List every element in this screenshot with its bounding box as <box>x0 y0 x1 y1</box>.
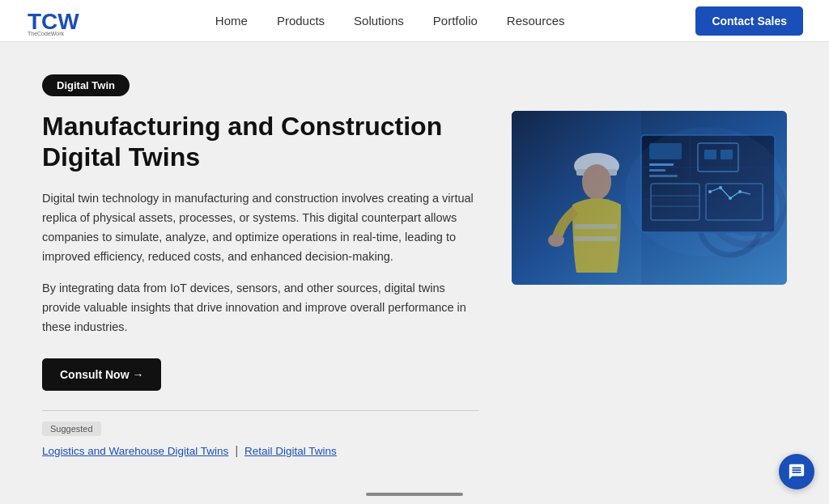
nav-products[interactable]: Products <box>277 14 325 28</box>
left-column: Manufacturing and Construction Digital T… <box>42 111 479 457</box>
section-divider <box>42 410 479 411</box>
content-row: Manufacturing and Construction Digital T… <box>42 111 787 457</box>
contact-sales-button[interactable]: Contact Sales <box>695 6 803 36</box>
navbar: TCW TheCodeWork Home Products Solutions … <box>0 0 829 42</box>
suggested-links: Logistics and Warehouse Digital Twins | … <box>42 444 479 457</box>
svg-point-35 <box>625 127 787 256</box>
suggested-label: Suggested <box>42 421 101 436</box>
consult-now-button[interactable]: Consult Now → <box>42 358 161 391</box>
chat-icon <box>788 463 806 481</box>
svg-text:TheCodeWork: TheCodeWork <box>28 31 65 36</box>
chat-button[interactable] <box>779 454 814 489</box>
logo: TCW TheCodeWork <box>26 6 84 36</box>
page-title: Manufacturing and Construction Digital T… <box>42 111 479 173</box>
digital-twin-badge: Digital Twin <box>42 74 130 96</box>
nav-links: Home Products Solutions Portfolio Resour… <box>84 14 695 28</box>
main-content: Digital Twin Manufacturing and Construct… <box>0 42 829 473</box>
link-separator: | <box>235 444 238 457</box>
logistics-link[interactable]: Logistics and Warehouse Digital Twins <box>42 445 228 457</box>
retail-link[interactable]: Retail Digital Twins <box>244 445 337 457</box>
nav-resources[interactable]: Resources <box>507 14 565 28</box>
svg-rect-34 <box>512 111 641 285</box>
nav-solutions[interactable]: Solutions <box>354 14 404 28</box>
description-paragraph-1: Digital twin technology in manufacturing… <box>42 189 479 267</box>
right-column <box>512 111 787 285</box>
hero-image <box>512 111 787 285</box>
scroll-indicator <box>366 493 463 496</box>
description-paragraph-2: By integrating data from IoT devices, se… <box>42 279 479 337</box>
nav-home[interactable]: Home <box>215 14 248 28</box>
nav-portfolio[interactable]: Portfolio <box>433 14 478 28</box>
